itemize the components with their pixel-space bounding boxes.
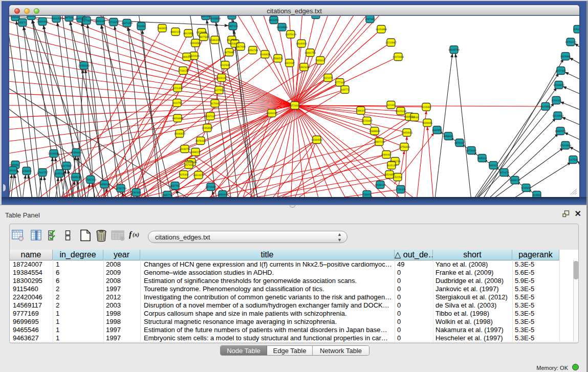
svg-text:12905135: 12905135 <box>70 176 81 179</box>
svg-text:1221338: 1221338 <box>172 87 183 90</box>
svg-text:1588520: 1588520 <box>273 57 283 60</box>
svg-text:9245652: 9245652 <box>521 187 531 190</box>
svg-text:20691406: 20691406 <box>37 20 48 24</box>
svg-text:9227342: 9227342 <box>556 70 566 73</box>
svg-text:18724007: 18724007 <box>289 104 300 107</box>
svg-text:1910755: 1910755 <box>172 102 182 105</box>
svg-text:11325419: 11325419 <box>285 33 296 36</box>
svg-text:1292346: 1292346 <box>131 191 141 194</box>
svg-text:19654923: 19654923 <box>401 132 412 135</box>
svg-text:12093872: 12093872 <box>553 84 564 87</box>
svg-text:10025438: 10025438 <box>395 110 406 113</box>
svg-text:9660124: 9660124 <box>170 31 181 34</box>
svg-text:2935114: 2935114 <box>477 157 487 160</box>
svg-text:8186328: 8186328 <box>210 39 220 42</box>
svg-text:15640910: 15640910 <box>296 42 307 46</box>
svg-text:9777163: 9777163 <box>335 81 345 84</box>
svg-text:7663822: 7663822 <box>157 27 167 30</box>
svg-text:f: f <box>129 230 133 239</box>
svg-text:15692971: 15692971 <box>555 130 566 133</box>
svg-text:804160: 804160 <box>228 16 236 17</box>
svg-text:16914479: 16914479 <box>193 174 204 177</box>
svg-text:19218596: 19218596 <box>276 26 288 29</box>
svg-text:9474444: 9474444 <box>466 149 476 152</box>
svg-text:15751074: 15751074 <box>565 41 576 44</box>
svg-text:16210643: 16210643 <box>552 115 563 118</box>
svg-text:1145194: 1145194 <box>54 172 64 176</box>
svg-text:157433: 157433 <box>185 164 193 167</box>
svg-text:9656001: 9656001 <box>217 193 228 196</box>
svg-text:9699695: 9699695 <box>422 122 432 125</box>
svg-text:8454749: 8454749 <box>248 49 258 52</box>
svg-text:8322037: 8322037 <box>285 62 295 65</box>
svg-text:733426: 733426 <box>363 193 372 196</box>
svg-text:16648784: 16648784 <box>448 49 460 52</box>
svg-text:6466160: 6466160 <box>95 20 105 23</box>
svg-text:1640954: 1640954 <box>432 129 442 132</box>
svg-text:9084067: 9084067 <box>381 154 391 157</box>
svg-text:19384554: 19384554 <box>311 139 322 142</box>
svg-text:20053346: 20053346 <box>78 64 90 68</box>
svg-text:1069354: 1069354 <box>51 17 61 20</box>
svg-text:62160: 62160 <box>387 104 395 107</box>
svg-text:7386322: 7386322 <box>356 110 366 113</box>
svg-text:1167533: 1167533 <box>568 159 578 162</box>
svg-text:10688609: 10688609 <box>369 130 380 133</box>
svg-text:3675685: 3675685 <box>224 51 234 54</box>
svg-text:12942757: 12942757 <box>37 171 48 174</box>
svg-text:10719155: 10719155 <box>108 21 119 24</box>
svg-text:252254: 252254 <box>394 176 402 179</box>
svg-text:10046756: 10046756 <box>179 148 190 151</box>
svg-text:15720407: 15720407 <box>361 120 373 123</box>
svg-text:18300295: 18300295 <box>266 112 277 115</box>
svg-text:19054985: 19054985 <box>172 117 183 120</box>
svg-text:8427552: 8427552 <box>214 89 224 92</box>
svg-text:16671355: 16671355 <box>121 22 133 25</box>
svg-text:7955812: 7955812 <box>315 59 325 62</box>
svg-text:8912954: 8912954 <box>183 32 193 35</box>
svg-text:2718126: 2718126 <box>178 70 188 73</box>
svg-text:1150493: 1150493 <box>573 28 579 31</box>
svg-text:6879197: 6879197 <box>454 142 465 145</box>
svg-text:817004: 817004 <box>211 102 220 105</box>
svg-text:9329966: 9329966 <box>560 55 571 58</box>
svg-text:1156829: 1156829 <box>21 170 31 173</box>
svg-text:15716485: 15716485 <box>205 186 216 189</box>
svg-text:20206536: 20206536 <box>48 152 59 156</box>
svg-text:9498222: 9498222 <box>190 151 201 154</box>
svg-text:7357224: 7357224 <box>228 25 238 28</box>
svg-text:9115460: 9115460 <box>421 106 431 109</box>
svg-text:39154: 39154 <box>9 169 16 172</box>
svg-text:10958107: 10958107 <box>99 183 110 186</box>
svg-text:18907249: 18907249 <box>374 141 385 144</box>
svg-text:61114: 61114 <box>28 16 34 18</box>
svg-text:9657791: 9657791 <box>170 185 180 188</box>
svg-text:1244415: 1244415 <box>551 99 561 102</box>
svg-text:17016504: 17016504 <box>560 144 571 147</box>
svg-text:649771: 649771 <box>341 89 350 92</box>
svg-text:19166825: 19166825 <box>174 133 185 136</box>
svg-text:1621072: 1621072 <box>323 77 333 80</box>
svg-text:751552: 751552 <box>137 25 146 28</box>
svg-text:1733426: 1733426 <box>396 188 406 191</box>
svg-text:965779: 965779 <box>163 194 172 197</box>
svg-text:96944: 96944 <box>411 116 418 119</box>
svg-text:8678332: 8678332 <box>195 140 206 143</box>
svg-text:2087682: 2087682 <box>365 18 375 21</box>
svg-text:05572: 05572 <box>19 21 26 25</box>
svg-text:25206: 25206 <box>12 16 19 19</box>
svg-text:7625402: 7625402 <box>179 173 189 177</box>
svg-text:989028: 989028 <box>183 56 191 59</box>
svg-text:16033809: 16033809 <box>209 17 221 20</box>
svg-text:8267110: 8267110 <box>205 115 215 118</box>
svg-text:2603144: 2603144 <box>216 77 227 80</box>
svg-text:19756928: 19756928 <box>399 146 410 149</box>
svg-text:987541: 987541 <box>65 16 74 19</box>
svg-text:2867608: 2867608 <box>235 46 246 49</box>
svg-text:8958923: 8958923 <box>443 135 453 138</box>
svg-text:9242848: 9242848 <box>220 64 230 67</box>
svg-text:85081: 85081 <box>12 164 19 167</box>
svg-text:14136141: 14136141 <box>375 184 386 187</box>
svg-text:1362615: 1362615 <box>299 66 309 69</box>
svg-text:16961758: 16961758 <box>304 52 316 55</box>
